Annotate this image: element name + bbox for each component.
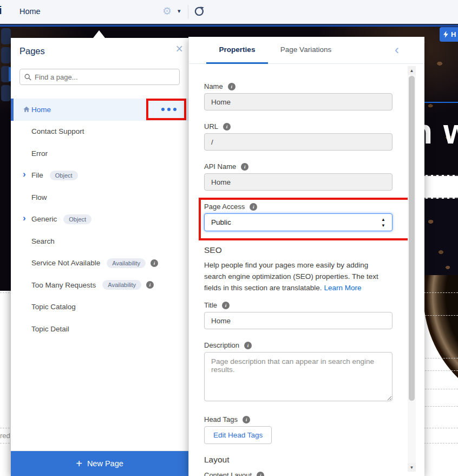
preview-dashed-guide: [422, 315, 458, 316]
page-item-too-many-requests[interactable]: Too Many Requests Availability i: [11, 274, 188, 296]
edit-head-tags-button[interactable]: Edit Head Tags: [204, 426, 272, 444]
builder-top-bar: i Home ⚙ ▾: [0, 0, 458, 24]
pages-panel: Pages × Home Contact Support: [11, 38, 188, 476]
refresh-icon[interactable]: [194, 6, 205, 17]
page-item-label: Search: [31, 237, 55, 245]
page-item-topic-catalog[interactable]: Topic Catalog: [11, 296, 188, 318]
preview-text-fragment: red: [0, 432, 10, 440]
info-icon[interactable]: i: [228, 83, 235, 90]
chevron-down-icon[interactable]: ▾: [178, 8, 181, 15]
properties-panel: Properties Page Variations ‹ Namei URLi …: [188, 37, 424, 476]
name-input[interactable]: [204, 93, 392, 110]
content-layout-label: Content Layout: [204, 471, 252, 476]
field-head-tags: Head Tagsi Edit Head Tags: [204, 415, 392, 444]
preview-dashed-guide: [422, 358, 458, 358]
experience-builder-screen: n w H red i Home ⚙ ▾ Pages ×: [0, 0, 458, 476]
page-item-flow[interactable]: Flow: [11, 186, 188, 208]
selected-item-bar: [11, 99, 14, 121]
learn-more-link[interactable]: Learn More: [324, 284, 361, 292]
page-item-label: Topic Detail: [31, 325, 69, 333]
plus-icon: +: [76, 459, 82, 468]
info-icon[interactable]: i: [146, 281, 154, 289]
tab-properties[interactable]: Properties: [206, 45, 268, 54]
close-icon[interactable]: ×: [176, 42, 183, 56]
page-item-label: Contact Support: [31, 127, 84, 135]
api-name-label: API Name: [204, 162, 236, 171]
field-page-access: Page Accessi Public ▲▼: [204, 203, 392, 231]
collapse-panel-icon[interactable]: ‹: [395, 42, 399, 57]
left-toolbar-button[interactable]: [1, 28, 11, 44]
info-icon[interactable]: i: [222, 302, 230, 309]
preview-dashed-guide: [422, 389, 458, 389]
properties-content: Namei URLi API Namei Page Accessi Public…: [204, 82, 392, 476]
topbar-divider: [188, 5, 188, 19]
field-title: Titlei: [204, 301, 392, 329]
properties-tab-bar: Properties Page Variations ‹: [189, 37, 424, 64]
info-icon[interactable]: i: [223, 123, 231, 131]
page-item-label: Flow: [31, 193, 47, 201]
page-item-home[interactable]: Home: [11, 99, 188, 121]
page-item-contact-support[interactable]: Contact Support: [11, 121, 188, 143]
pages-list: Home Contact Support Error › File Object…: [11, 99, 188, 340]
chevron-right-icon[interactable]: ›: [23, 213, 26, 224]
page-item-label: Service Not Available: [31, 259, 100, 267]
object-badge: Object: [50, 171, 78, 180]
panel-scrollbar[interactable]: ▲ ▼: [408, 66, 416, 472]
field-content-layout: Content Layouti: [204, 471, 392, 476]
chevron-right-icon[interactable]: ›: [23, 169, 26, 180]
preview-dashed-guide: [422, 370, 458, 371]
api-name-input[interactable]: [204, 173, 392, 191]
description-label: Description: [204, 341, 239, 349]
description-textarea[interactable]: [204, 352, 392, 401]
info-icon[interactable]: i: [241, 163, 248, 171]
page-item-label: Home: [31, 106, 51, 114]
page-access-value: Public: [211, 218, 231, 226]
layout-heading: Layout: [204, 455, 392, 465]
scrollbar-thumb[interactable]: [409, 76, 415, 401]
info-icon[interactable]: i: [243, 416, 250, 423]
info-icon[interactable]: i: [244, 342, 252, 349]
left-toolbar-button[interactable]: [1, 47, 11, 63]
info-icon[interactable]: i: [151, 259, 158, 267]
new-page-button[interactable]: + New Page: [11, 451, 188, 476]
page-item-search[interactable]: Search: [11, 230, 188, 252]
info-icon[interactable]: i: [257, 472, 264, 476]
field-url: URLi: [204, 122, 392, 151]
page-access-select[interactable]: Public ▲▼: [204, 213, 392, 231]
page-menu-button[interactable]: [161, 108, 176, 111]
object-badge: Object: [63, 214, 91, 224]
page-item-label: Topic Catalog: [31, 303, 76, 311]
left-toolbar-button[interactable]: [1, 85, 11, 101]
preview-help-badge[interactable]: H: [440, 27, 458, 42]
name-label: Name: [204, 82, 223, 90]
page-item-label: Generic: [31, 215, 57, 223]
tab-page-variations-label: Page Variations: [280, 45, 331, 54]
tab-page-variations[interactable]: Page Variations: [270, 45, 342, 54]
preview-badge-label: H: [451, 30, 456, 38]
gear-icon[interactable]: ⚙: [162, 5, 172, 17]
seo-description: Help people find your pages more easily …: [204, 259, 390, 294]
field-name: Namei: [204, 82, 392, 110]
page-item-generic[interactable]: › Generic Object: [11, 208, 188, 231]
availability-badge: Availability: [107, 258, 146, 268]
title-label: Title: [204, 301, 217, 309]
page-access-label: Page Access: [204, 203, 245, 211]
search-input[interactable]: [35, 73, 175, 81]
page-item-service-not-available[interactable]: Service Not Available Availability i: [11, 252, 188, 275]
search-icon: [24, 74, 31, 81]
info-icon[interactable]: i: [250, 203, 257, 211]
home-icon: [23, 106, 30, 113]
page-item-error[interactable]: Error: [11, 142, 188, 165]
scroll-down-button[interactable]: ▼: [408, 463, 416, 472]
preview-dashed-guide: [422, 406, 458, 407]
tab-properties-label: Properties: [219, 45, 256, 54]
page-search-box[interactable]: [19, 69, 180, 85]
title-input[interactable]: [204, 312, 392, 329]
active-tab-underline: [206, 62, 268, 64]
scroll-up-button[interactable]: ▲: [408, 66, 416, 75]
lightning-icon: [443, 31, 448, 38]
page-item-file[interactable]: › File Object: [11, 165, 188, 187]
url-input[interactable]: [204, 133, 392, 151]
page-item-topic-detail[interactable]: Topic Detail: [11, 318, 188, 340]
page-item-label: File: [31, 171, 43, 179]
